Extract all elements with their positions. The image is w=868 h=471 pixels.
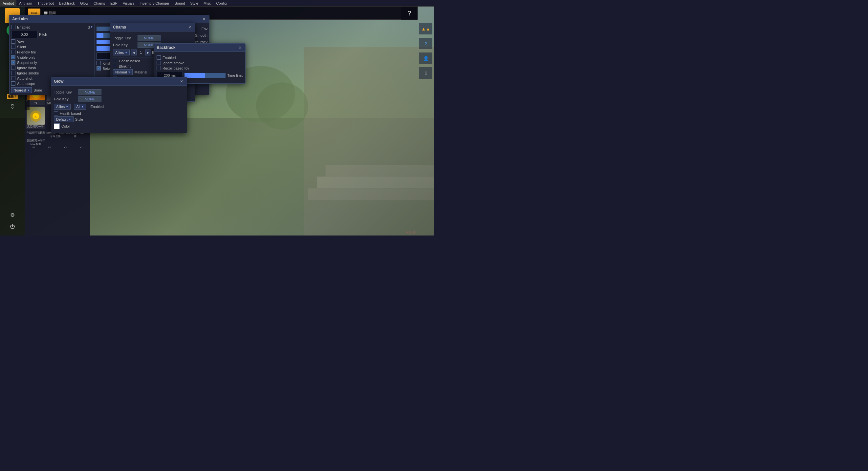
item-price-1: ¥1 (26, 146, 41, 149)
menu-item-esp[interactable]: ESP (108, 0, 120, 6)
bt-enabled-checkbox[interactable] (157, 56, 161, 60)
toggle-key-btn[interactable]: NONE (137, 35, 160, 41)
item-label-1: 作战室印花胶囊 (26, 131, 45, 138)
chams-material-dropdown[interactable]: Normal ▼ (113, 69, 133, 75)
glow-team-dropdown[interactable]: Allies ▼ (54, 104, 70, 109)
right-side-panel: ▲▲ ? 👤 ℹ (417, 20, 434, 82)
chams-team-dropdown[interactable]: Allies ▼ (113, 49, 130, 56)
silent-label: Silent (17, 45, 26, 49)
yaw-checkbox[interactable] (11, 39, 16, 44)
help-badge-icon[interactable]: ? (419, 38, 432, 49)
bt-recoil-checkbox[interactable] (157, 66, 161, 70)
pitch-label: Pitch (39, 32, 47, 36)
settings-icon[interactable]: ⚙ (6, 209, 18, 221)
bone-label: Bone (33, 88, 42, 92)
bt-recoil-label: Recoil based fov (162, 66, 189, 70)
scoped-only-checkbox[interactable] (11, 60, 16, 65)
glow-style-row: Default ▼ Style (54, 116, 184, 122)
glow-toggle-key-row: Toggle Key NONE (54, 89, 184, 95)
anti-aim-header[interactable]: Anti aim × (9, 15, 209, 23)
glow-header[interactable]: Glow × (51, 77, 187, 86)
silent-checkbox[interactable] (11, 44, 16, 49)
enabled-checkbox[interactable] (11, 25, 16, 29)
glow-title: Glow (54, 79, 63, 83)
menu-item-chams[interactable]: Chams (91, 0, 108, 6)
chams-close[interactable]: × (187, 25, 192, 30)
chams-header[interactable]: Chams × (110, 23, 195, 32)
enabled-dropdown-val: d (88, 25, 90, 29)
bt-time-slider[interactable] (185, 73, 225, 78)
toggle-key-row: Toggle Key NONE (113, 35, 192, 41)
chams-team-label: Allies (115, 51, 124, 55)
ignore-smoke-checkbox[interactable] (11, 71, 16, 75)
visible-only-checkbox[interactable] (11, 55, 16, 59)
menu-item-style[interactable]: Style (188, 0, 201, 6)
backtrack-header[interactable]: Backtrack × (154, 44, 245, 52)
chams-blinking-checkbox[interactable] (113, 64, 117, 68)
menu-item-visuals[interactable]: Visuals (120, 0, 137, 6)
glow-hold-key-btn[interactable]: NONE (79, 96, 101, 102)
backtrack-close[interactable]: × (237, 45, 243, 50)
friendly-fire-checkbox[interactable] (11, 50, 16, 54)
ignore-smoke-row: Ignore smoke (11, 71, 93, 75)
visible-only-label: Visible only (17, 56, 35, 59)
pitch-row: Pitch (11, 31, 93, 38)
glow-team-row: Allies ▼ All ▼ Enabled (54, 104, 184, 109)
enabled-label: Enabled (17, 25, 30, 29)
menu-item-misc[interactable]: Misc (201, 0, 214, 6)
chams-health-based-checkbox[interactable] (113, 59, 117, 63)
enabled-dropdown-arrow[interactable]: ▼ (90, 26, 93, 29)
chams-prev-btn[interactable]: ◄ (131, 49, 136, 56)
bt-ignore-smoke-checkbox[interactable] (157, 61, 161, 65)
glow-allies-label: Allies (56, 105, 65, 108)
between-shots-checkbox[interactable] (96, 66, 101, 70)
menu-item-anti-aim[interactable]: Anti aim (17, 0, 35, 6)
nearest-dropdown[interactable]: Nearest ▼ (11, 87, 32, 93)
glow-health-based-checkbox[interactable] (54, 111, 58, 115)
hold-key-label: Hold Key (113, 43, 136, 47)
glow-dialog: Glow × Toggle Key NONE Hold Key NONE All… (51, 77, 187, 133)
glow-all-dropdown[interactable]: All ▼ (74, 104, 86, 109)
scoped-only-row: Scoped only (11, 60, 93, 65)
menu-item-backtrack[interactable]: Backtrack (57, 0, 78, 6)
svg-text:20: 20 (34, 115, 37, 118)
menu-item-aimbot[interactable]: Aimbot (0, 0, 17, 6)
chams-material-arrow: ▼ (128, 71, 130, 74)
ignore-smoke-label: Ignore smoke (17, 71, 39, 75)
info-circle-icon[interactable]: ℹ (419, 67, 432, 79)
anti-aim-title: Anti aim (12, 17, 28, 21)
pitch-input[interactable] (11, 31, 37, 38)
menu-item-inventory[interactable]: Inventory Changer (137, 0, 172, 6)
chams-page-num: 1 (137, 51, 144, 55)
glow-toggle-key-btn[interactable]: NONE (79, 89, 101, 95)
menu-item-sound[interactable]: Sound (172, 0, 188, 6)
bt-ignore-smoke-row: Ignore smoke (157, 61, 243, 65)
glow-health-based-row: Health based (54, 111, 184, 115)
ignore-flash-checkbox[interactable] (11, 66, 16, 70)
power-icon[interactable]: ⏻ (6, 221, 18, 232)
scoped-only-label: Scoped only (17, 61, 37, 65)
help-icon[interactable]: ? (401, 6, 417, 20)
menu-item-glow[interactable]: Glow (78, 0, 91, 6)
glow-color-swatch[interactable] (54, 123, 60, 129)
item-label-4: 反恐精英20周年印花胶囊 (26, 139, 45, 146)
anti-aim-close[interactable]: × (201, 16, 207, 22)
auto-shot-checkbox[interactable] (11, 76, 16, 80)
glow-style-dropdown[interactable]: Default ▼ (54, 116, 73, 122)
item-price-3: ¥? (58, 146, 73, 149)
auto-scope-checkbox[interactable] (11, 81, 16, 86)
item-price-2: ¥? (42, 146, 57, 149)
menu-item-config[interactable]: Config (214, 0, 229, 6)
chevron-up-icon[interactable]: ▲▲ (419, 23, 432, 34)
menu-item-triggerbot[interactable]: Triggerbot (35, 0, 57, 6)
killshot-checkbox[interactable] (96, 61, 101, 65)
chams-material-label: Material (134, 70, 147, 74)
user-profile-icon[interactable]: 👤 (419, 53, 432, 64)
store-item-4-name: 反恐精英20周年印花胶囊 (27, 125, 44, 128)
badge-icon[interactable]: 🎖 (6, 101, 18, 112)
chams-title: Chams (113, 25, 126, 30)
glow-style-label: Style (75, 117, 83, 121)
glow-close[interactable]: × (179, 79, 184, 84)
glow-health-based-label: Health based (60, 111, 81, 115)
chams-next-btn[interactable]: ► (145, 49, 151, 56)
